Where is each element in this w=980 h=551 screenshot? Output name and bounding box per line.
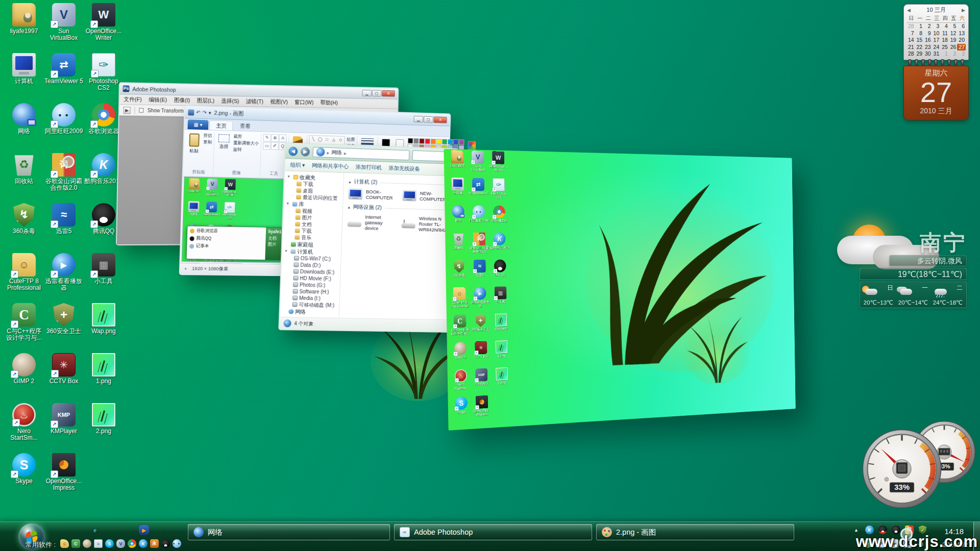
desktop-icon[interactable]: ▶↗迅雷看看播放器 xyxy=(44,253,84,303)
cuteftp-icon[interactable]: ☺ xyxy=(60,539,69,548)
calendar-day[interactable]: 21 xyxy=(906,44,915,51)
calendar-day[interactable]: 31 xyxy=(932,51,941,58)
breadcrumb[interactable]: 网络 xyxy=(331,149,342,157)
calendar-day[interactable]: 4 xyxy=(940,23,949,30)
desktop-icon[interactable]: ↯↗360杀毒 xyxy=(449,260,470,287)
color-swatch[interactable] xyxy=(448,139,453,145)
office-icon[interactable]: 永 xyxy=(150,539,159,548)
undo-icon[interactable]: ↶ xyxy=(196,109,201,116)
calendar-day[interactable]: 7 xyxy=(906,30,915,37)
menu-item[interactable]: 选择(S) xyxy=(221,97,239,105)
calendar-day[interactable]: 1 xyxy=(915,23,924,30)
desktop-icon[interactable]: 2.png xyxy=(492,367,512,395)
desktop-icon[interactable]: ⇄↗TeamViewer 5 xyxy=(202,202,221,225)
network-item[interactable]: BOOK-COMPUTER xyxy=(348,188,398,201)
sidebar-node[interactable]: 网络 xyxy=(283,308,339,316)
maximize-button[interactable]: ▢ xyxy=(372,90,382,96)
calendar-day[interactable]: 6 xyxy=(957,23,966,30)
qat-dropdown-icon[interactable]: ▾ xyxy=(209,109,211,116)
wmp-quicklaunch[interactable]: ▶ xyxy=(139,525,149,535)
qq-icon[interactable] xyxy=(161,539,170,548)
calendar-day[interactable]: 3 xyxy=(957,51,966,58)
tool-icon[interactable]: ✐ xyxy=(271,142,279,150)
transform-controls-checkbox[interactable] xyxy=(139,108,143,113)
shape-icon[interactable]: ◇ xyxy=(337,137,344,144)
toolbar-item[interactable]: 组织 ▾ xyxy=(290,161,305,169)
network-item[interactable]: Wireless N Router TL-WR842N/842N xyxy=(401,215,450,233)
gimp-icon[interactable] xyxy=(83,539,91,548)
desktop-icon[interactable]: ▦↗小工具 xyxy=(84,253,124,303)
desktop-icon[interactable]: • •↗阿里旺旺2009 xyxy=(44,103,84,153)
desktop-icon[interactable]: ▦↗小工具 xyxy=(490,286,510,314)
desktop-icon[interactable]: ▶↗迅雷看看播放器 xyxy=(470,287,491,314)
tool-icon[interactable]: ▭ xyxy=(263,142,271,149)
toolbar-item[interactable]: 添加打印机 xyxy=(356,163,382,171)
shape-icon[interactable]: △ xyxy=(331,137,337,143)
desktop-icon[interactable]: S↗Skype xyxy=(4,453,44,503)
color-swatch[interactable] xyxy=(408,138,413,143)
taskbar-button[interactable]: 网络 xyxy=(188,524,390,540)
desktop-icon[interactable]: 1.png xyxy=(491,340,511,368)
toolbar-item[interactable]: 添加无线设备 xyxy=(388,164,420,172)
close-button[interactable]: ✕ xyxy=(382,90,395,97)
desktop-icon[interactable]: V↗Sun VirtualBox xyxy=(468,151,488,178)
desktop-icon[interactable]: ↗GIMP 2 xyxy=(4,353,44,403)
desktop-icon[interactable]: ⇄↗TeamViewer 5 xyxy=(468,178,489,206)
desktop-icon[interactable]: ✑↗Photoshop CS2 xyxy=(220,202,238,225)
menu-item[interactable]: 图层(L) xyxy=(197,97,214,105)
desktop-icon[interactable]: Wap.png xyxy=(84,303,124,353)
menu-item[interactable]: 窗口(W) xyxy=(295,98,313,106)
start-menu-item[interactable]: 记事本 xyxy=(189,243,263,250)
desktop-icon[interactable]: liyafe1997 xyxy=(4,3,44,53)
desktop-icon[interactable]: liyafe1997 xyxy=(185,178,204,202)
expander-icon[interactable]: ▾ xyxy=(287,200,291,207)
calendar-day[interactable]: 30 xyxy=(923,51,932,58)
calendar-day[interactable]: 23 xyxy=(923,44,932,51)
copy-button[interactable]: 复制 xyxy=(203,139,212,145)
desktop-icon[interactable]: 网络 xyxy=(4,103,44,153)
desktop-icon[interactable]: ♻回收站 xyxy=(4,153,44,203)
skype-icon[interactable]: S xyxy=(105,539,114,548)
desktop-icon[interactable]: S↗Skype xyxy=(451,396,472,425)
calendar-day[interactable]: 2 xyxy=(949,51,958,58)
resize-button[interactable]: 重新调整大小 xyxy=(233,140,259,147)
desktop-icon[interactable]: ♨↗Nero StartSm... xyxy=(4,403,44,453)
wangwang-icon[interactable]: • • xyxy=(173,539,181,548)
menu-item[interactable]: 文件(F) xyxy=(124,95,142,104)
desktop-icon[interactable]: liyafe1997 xyxy=(447,150,468,178)
toolbar-item[interactable]: 网络和共享中心 xyxy=(312,162,349,170)
desktop-icon[interactable]: ☺↗CuteFTP 8 Professional xyxy=(449,287,471,315)
calendar-day[interactable]: 25 xyxy=(940,44,949,51)
calendar-day[interactable]: 10 xyxy=(932,30,941,37)
calendar-day[interactable]: 19 xyxy=(949,37,958,44)
desktop-icon[interactable]: KMP↗KMPlayer xyxy=(44,403,84,453)
redo-icon[interactable]: ↷ xyxy=(202,109,207,116)
collapse-icon[interactable]: ▴ xyxy=(349,179,351,184)
taskbar-button[interactable]: ✑Adobe Photoshop xyxy=(394,524,592,540)
cut-button[interactable]: 剪切 xyxy=(203,132,212,139)
desktop-icon[interactable]: 计算机 xyxy=(184,201,203,224)
next-month-icon[interactable]: ▶ xyxy=(962,8,965,13)
desktop-icon[interactable]: ↗OpenOffice... Impress xyxy=(44,453,84,503)
menu-item[interactable]: 视图(V) xyxy=(270,98,288,106)
desktop-icon[interactable]: 2.png xyxy=(84,403,124,453)
cpu-meter-gadget[interactable]: 93% 33% xyxy=(862,419,980,507)
desktop-icon[interactable]: ☺↗CuteFTP 8 Professional xyxy=(4,253,44,303)
calendar-day[interactable]: 13 xyxy=(957,30,966,37)
desktop-icon[interactable]: ⇄↗TeamViewer 5 xyxy=(44,53,84,103)
desktop-icon[interactable]: ↯↗360杀毒 xyxy=(4,203,44,253)
save-icon[interactable] xyxy=(188,109,194,115)
color-swatch[interactable] xyxy=(459,139,464,145)
desktop-icon[interactable]: 词↗谷歌金山词霸 合作版2.0 xyxy=(44,153,84,203)
desktop-icon[interactable]: 计算机 xyxy=(447,178,469,205)
menu-item[interactable]: 帮助(H) xyxy=(320,99,338,107)
desktop-icon[interactable]: ↗GIMP 2 xyxy=(450,342,471,370)
calendar-day[interactable]: 27 xyxy=(957,44,966,51)
desktop-icon[interactable]: 1.png xyxy=(84,353,124,403)
color-swatch[interactable] xyxy=(453,139,458,145)
desktop-icon[interactable]: 词↗谷歌金山词霸 合作版2.0 xyxy=(469,233,490,260)
start-menu-item[interactable]: 谷歌浏览器 xyxy=(190,228,263,235)
desktop-icon[interactable]: ↗OpenOffice... Impress xyxy=(472,395,493,423)
calendar-day[interactable]: 5 xyxy=(949,23,958,30)
desktop-icon[interactable]: W↗OpenOffice... Writer xyxy=(221,179,239,203)
